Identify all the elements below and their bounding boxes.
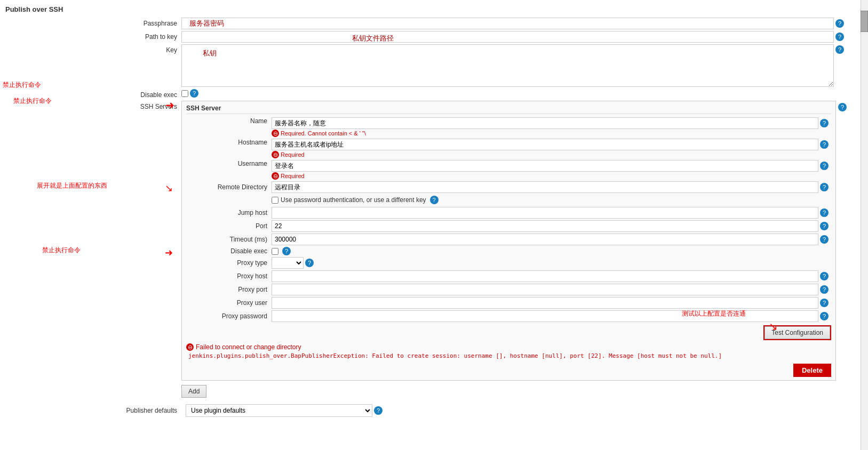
delete-button[interactable]: Delete [793, 364, 831, 377]
port-help-icon[interactable]: ? [820, 222, 829, 230]
name-row: Name ? ⊖ Required. Cannot contain < & ' … [186, 117, 831, 137]
username-row: Username ? ⊖ Required [186, 160, 831, 180]
add-button[interactable]: Add [181, 385, 206, 398]
proxy-host-input-row: ? [272, 270, 831, 282]
disable-exec-bottom-checkbox[interactable] [272, 248, 278, 255]
username-input-row: ? [272, 160, 831, 172]
port-input[interactable] [272, 220, 818, 232]
name-help-icon[interactable]: ? [820, 119, 829, 127]
arrow-test-config: ↘ [769, 320, 778, 333]
path-to-key-help-icon[interactable]: ? [835, 33, 844, 41]
path-to-key-label: Path to key [96, 31, 181, 41]
scrollbar-track[interactable] [861, 0, 868, 450]
proxy-user-input-row: ? [272, 297, 831, 309]
hostname-row: Hostname ? ⊖ Required [186, 139, 831, 158]
use-password-wrap: Use password authentication, or use a di… [272, 195, 831, 205]
proxy-password-help-icon[interactable]: ? [820, 312, 829, 320]
publisher-defaults-wrap: Use plugin defaults ? [186, 404, 847, 417]
proxy-port-input-row: ? [272, 284, 831, 295]
use-password-check-row: Use password authentication, or use a di… [272, 196, 831, 204]
proxy-user-input[interactable] [272, 297, 818, 309]
use-password-label: Use password authentication, or use a di… [281, 196, 426, 204]
port-row: Port ? [186, 220, 831, 232]
username-label: Username [186, 160, 272, 167]
disable-exec-top-checkbox[interactable] [181, 90, 188, 97]
port-input-wrap: ? [272, 220, 831, 232]
proxy-host-help-icon[interactable]: ? [820, 272, 829, 280]
key-help-icon[interactable]: ? [835, 45, 844, 54]
proxy-password-input-row: ? [272, 310, 831, 322]
proxy-type-select[interactable]: HTTP SOCKS4 SOCKS5 [272, 257, 304, 269]
timeout-input[interactable] [272, 234, 818, 245]
passphrase-help-icon[interactable]: ? [835, 19, 844, 28]
hostname-input-row: ? [272, 139, 831, 150]
name-input-wrap: ? ⊖ Required. Cannot contain < & ' "\ [272, 117, 831, 137]
proxy-user-label: Proxy user [186, 299, 272, 307]
name-input[interactable] [272, 117, 818, 129]
disable-exec-checkbox-row: ? [272, 247, 831, 255]
path-to-key-row: Path to key ? [96, 31, 847, 43]
proxy-password-input-wrap: ? [272, 310, 831, 322]
proxy-type-input-wrap: HTTP SOCKS4 SOCKS5 ? [272, 257, 831, 269]
jump-host-input[interactable] [272, 207, 818, 219]
port-label: Port [186, 222, 272, 230]
hostname-error-dot: ⊖ [272, 151, 279, 158]
proxy-host-label: Proxy host [186, 272, 272, 280]
proxy-port-label: Proxy port [186, 286, 272, 293]
key-input[interactable] [181, 44, 834, 87]
scrollbar-thumb[interactable] [861, 11, 868, 32]
hostname-help-icon[interactable]: ? [820, 140, 829, 149]
remote-directory-input[interactable] [272, 181, 818, 193]
name-error-dot: ⊖ [272, 130, 279, 137]
name-label: Name [186, 117, 272, 125]
proxy-port-row: Proxy port ? [186, 284, 831, 295]
proxy-type-row: Proxy type HTTP SOCKS4 SOCKS5 ? [186, 257, 831, 269]
hostname-input[interactable] [272, 139, 818, 150]
port-input-row: ? [272, 220, 831, 232]
ssh-servers-help-icon[interactable]: ? [838, 103, 847, 111]
use-password-row: Use password authentication, or use a di… [186, 195, 831, 205]
username-help-icon[interactable]: ? [820, 162, 829, 170]
username-input-wrap: ? ⊖ Required [272, 160, 831, 180]
proxy-type-help-icon[interactable]: ? [305, 259, 314, 267]
failed-message: ⊖ Failed to connect or change directory [186, 343, 831, 351]
remote-directory-help-icon[interactable]: ? [820, 183, 829, 191]
publisher-defaults-help-icon[interactable]: ? [374, 406, 383, 415]
left-labels: 禁止执行命令 [5, 18, 96, 417]
timeout-help-icon[interactable]: ? [820, 235, 829, 244]
remote-directory-input-row: ? [272, 181, 831, 193]
main-content: Passphrase ? 服务器密码 Path to key ? 私钥文件路径 … [96, 18, 857, 417]
name-input-row: ? [272, 117, 831, 129]
timeout-input-wrap: ? [272, 234, 831, 245]
use-password-help-icon[interactable]: ? [430, 196, 439, 204]
annotation-jzxzml-top: 禁止执行命令 [13, 97, 52, 106]
timeout-row: Timeout (ms) ? [186, 234, 831, 245]
name-error: ⊖ Required. Cannot contain < & ' "\ [272, 130, 831, 137]
disable-exec-top-row: Disable exec ? [96, 89, 847, 99]
disable-exec-top-help[interactable]: ? [190, 89, 198, 98]
proxy-host-input-wrap: ? [272, 270, 831, 282]
proxy-port-input[interactable] [272, 284, 818, 295]
timeout-label: Timeout (ms) [186, 236, 272, 243]
use-password-checkbox[interactable] [272, 197, 278, 204]
hostname-input-wrap: ? ⊖ Required [272, 139, 831, 158]
disable-exec-bottom-help[interactable]: ? [282, 247, 291, 255]
proxy-host-input[interactable] [272, 270, 818, 282]
username-input[interactable] [272, 160, 818, 172]
proxy-user-help-icon[interactable]: ? [820, 299, 829, 307]
passphrase-input[interactable] [181, 18, 834, 29]
proxy-type-input-row: HTTP SOCKS4 SOCKS5 ? [272, 257, 831, 269]
proxy-port-help-icon[interactable]: ? [820, 285, 829, 294]
ssh-servers-label: SSH Servers [96, 101, 181, 110]
publisher-defaults-select[interactable]: Use plugin defaults [186, 404, 372, 417]
proxy-user-input-wrap: ? [272, 297, 831, 309]
jump-host-help-icon[interactable]: ? [820, 208, 829, 217]
failed-dot: ⊖ [186, 343, 194, 351]
proxy-type-label: Proxy type [186, 259, 272, 267]
proxy-port-input-wrap: ? [272, 284, 831, 295]
path-to-key-input[interactable] [181, 31, 834, 43]
add-button-area: Add [181, 385, 847, 398]
ssh-server-header-text: SSH Server [186, 105, 221, 112]
path-to-key-input-wrap: ? [181, 31, 847, 43]
proxy-password-label: Proxy password [186, 312, 272, 320]
